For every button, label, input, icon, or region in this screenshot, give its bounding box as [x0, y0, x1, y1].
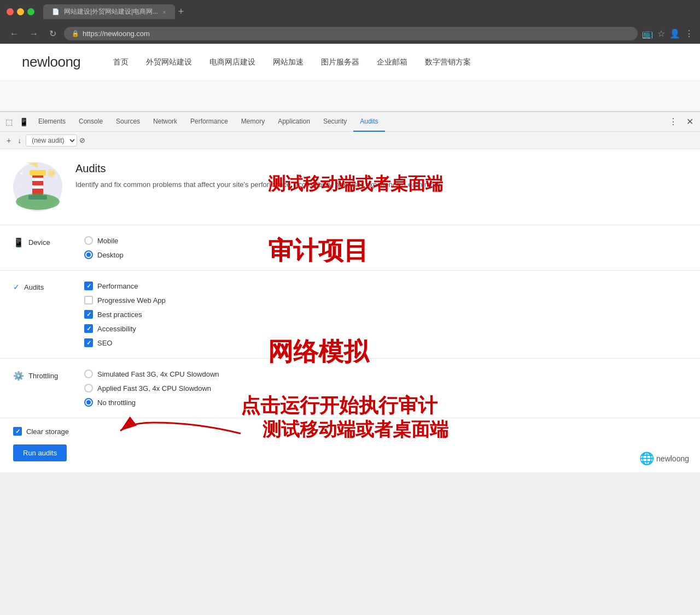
applied-throttling-option[interactable]: Applied Fast 3G, 4x CPU Slowdown — [84, 384, 687, 393]
accessibility-checkbox-item[interactable]: Accessibility — [84, 324, 687, 333]
devtools-more-button[interactable]: ⋮ — [664, 116, 682, 127]
tab-network[interactable]: Network — [147, 112, 184, 132]
device-section: 📱 Device Mobile Desktop — [0, 225, 700, 271]
audits-title: Audits — [75, 162, 441, 175]
forward-button[interactable]: → — [26, 28, 42, 40]
no-throttling-option[interactable]: No throttling — [84, 398, 687, 407]
site-header: newloong 首页 外贸网站建设 电商网店建设 网站加速 图片服务器 企业邮… — [0, 44, 700, 81]
maximize-button[interactable] — [27, 8, 34, 15]
profile-icon[interactable]: 👤 — [669, 28, 680, 39]
seo-checkbox-item[interactable]: SEO — [84, 338, 687, 347]
devtools-close-button[interactable]: ✕ — [682, 116, 698, 127]
nav-home[interactable]: 首页 — [113, 57, 129, 67]
tab-elements[interactable]: Elements — [32, 112, 72, 132]
simulated-throttling-radio[interactable] — [84, 370, 93, 378]
reload-button[interactable]: ↻ — [46, 27, 60, 40]
tab-sources[interactable]: Sources — [109, 112, 147, 132]
close-button[interactable] — [7, 8, 14, 15]
new-audit-button[interactable]: + — [4, 135, 13, 146]
clear-storage-label: Clear storage — [26, 427, 69, 436]
svg-rect-1 — [32, 173, 43, 195]
audits-checkboxes: Performance Progressive Web App Best pra… — [84, 282, 687, 347]
no-throttling-radio[interactable] — [84, 398, 93, 407]
tab-memory[interactable]: Memory — [235, 112, 271, 132]
mobile-label: Mobile — [97, 237, 118, 245]
performance-checkbox[interactable] — [84, 282, 93, 290]
desktop-radio[interactable] — [84, 250, 93, 259]
nav-foreign-trade[interactable]: 外贸网站建设 — [146, 57, 192, 67]
clear-audit-icon[interactable]: ⊘ — [79, 136, 85, 144]
gear-icon: ⚙️ — [13, 371, 24, 381]
audits-description: Identify and fix common problems that af… — [75, 179, 441, 190]
tab-security[interactable]: Security — [317, 112, 353, 132]
tab-close-button[interactable]: × — [162, 9, 166, 15]
audits-panel: Audits Identify and fix common problems … — [0, 149, 700, 472]
watermark: 🌐 newloong — [639, 452, 689, 466]
nav-marketing[interactable]: 数字营销方案 — [425, 57, 471, 67]
best-practices-checkbox-item[interactable]: Best practices — [84, 310, 687, 319]
watermark-icon: 🌐 — [639, 452, 654, 466]
tab-favicon: 📄 — [52, 8, 60, 15]
simulated-throttling-option[interactable]: Simulated Fast 3G, 4x CPU Slowdown — [84, 370, 687, 378]
svg-rect-2 — [32, 178, 43, 181]
address-bar[interactable]: 🔒 https://newloong.com — [64, 27, 638, 40]
devtools-panel: ⬚ 📱 Elements Console Sources Network Per… — [0, 112, 700, 472]
performance-checkbox-item[interactable]: Performance — [84, 282, 687, 290]
audits-panel-body: Audits Identify and fix common problems … — [0, 149, 700, 472]
svg-point-11 — [18, 184, 19, 185]
back-button[interactable]: ← — [7, 28, 22, 40]
applied-throttling-radio[interactable] — [84, 384, 93, 393]
no-throttling-label: No throttling — [97, 399, 136, 407]
tab-performance[interactable]: Performance — [184, 112, 235, 132]
clear-storage-checkbox[interactable] — [13, 427, 22, 436]
accessibility-checkbox[interactable] — [84, 324, 93, 333]
tab-title: 网站建设|外贸网站建设|电商网... — [64, 7, 158, 16]
best-practices-label: Best practices — [97, 311, 142, 319]
device-options: Mobile Desktop — [84, 236, 687, 259]
pwa-checkbox-item[interactable]: Progressive Web App — [84, 296, 687, 304]
url-display: https://newloong.com — [83, 30, 150, 38]
security-icon: 🔒 — [72, 30, 79, 37]
website-preview: newloong 首页 外贸网站建设 电商网店建设 网站加速 图片服务器 企业邮… — [0, 44, 700, 112]
clear-storage-row: Clear storage — [13, 427, 687, 436]
site-nav: 首页 外贸网站建设 电商网店建设 网站加速 图片服务器 企业邮箱 数字营销方案 — [113, 57, 471, 67]
tab-console[interactable]: Console — [72, 112, 109, 132]
menu-icon[interactable]: ⋮ — [685, 28, 693, 39]
nav-actions: 📺 ☆ 👤 ⋮ — [642, 28, 693, 39]
site-logo: newloong — [22, 54, 80, 71]
audits-section-label: ✓ Audits — [13, 282, 84, 291]
lighthouse-logo — [13, 162, 62, 212]
tab-application[interactable]: Application — [271, 112, 317, 132]
device-icon: 📱 — [13, 237, 24, 248]
nav-image-server[interactable]: 图片服务器 — [321, 57, 359, 67]
watermark-text: newloong — [656, 454, 689, 463]
mobile-option[interactable]: Mobile — [84, 236, 687, 245]
seo-checkbox[interactable] — [84, 338, 93, 347]
learn-more-link[interactable]: Learn more — [404, 180, 440, 189]
nav-bar: ← → ↻ 🔒 https://newloong.com 📺 ☆ 👤 ⋮ — [0, 24, 700, 44]
new-tab-button[interactable]: + — [178, 6, 184, 17]
run-audits-button[interactable]: Run audits — [13, 444, 67, 461]
minimize-button[interactable] — [17, 8, 24, 15]
device-toolbar-button[interactable]: 📱 — [16, 115, 32, 128]
nav-acceleration[interactable]: 网站加速 — [273, 57, 304, 67]
svg-point-13 — [49, 171, 54, 176]
throttling-label: ⚙️ Throttling — [13, 370, 84, 381]
nav-ecommerce[interactable]: 电商网店建设 — [209, 57, 255, 67]
best-practices-checkbox[interactable] — [84, 310, 93, 319]
download-audit-button[interactable]: ↓ — [15, 135, 24, 146]
title-bar: 📄 网站建设|外贸网站建设|电商网... × + — [0, 0, 700, 24]
desktop-option[interactable]: Desktop — [84, 250, 687, 259]
bookmark-icon[interactable]: ☆ — [657, 28, 665, 39]
audit-selector[interactable]: (new audit) — [26, 134, 77, 147]
svg-point-10 — [56, 178, 57, 179]
browser-tab[interactable]: 📄 网站建设|外贸网站建设|电商网... × — [43, 4, 175, 19]
mobile-radio[interactable] — [84, 236, 93, 245]
pwa-checkbox[interactable] — [84, 296, 93, 304]
audits-checkmark: ✓ — [13, 283, 20, 291]
inspect-element-button[interactable]: ⬚ — [2, 115, 16, 128]
nav-email[interactable]: 企业邮箱 — [377, 57, 407, 67]
devtools-toolbar: + ↓ (new audit) ⊘ — [0, 132, 700, 149]
cast-icon[interactable]: 📺 — [642, 28, 653, 39]
tab-audits[interactable]: Audits — [353, 112, 384, 132]
